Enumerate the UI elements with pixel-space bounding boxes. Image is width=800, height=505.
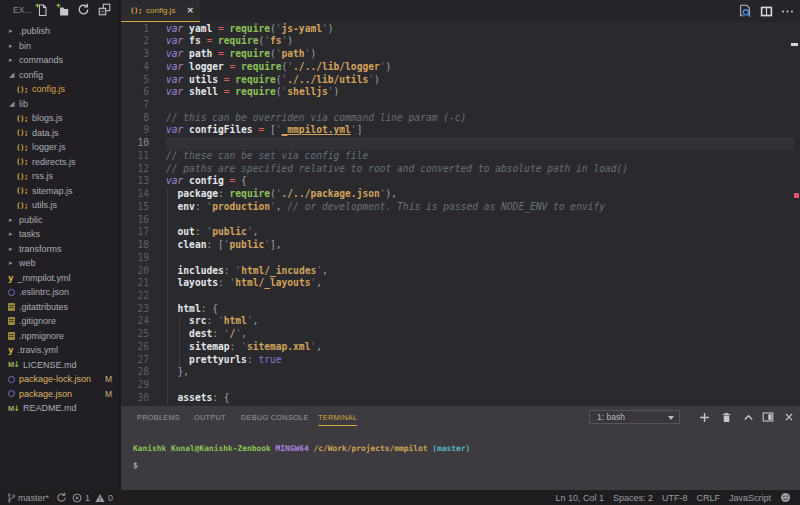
code-token: var [166, 124, 189, 135]
more-actions-icon[interactable] [780, 4, 794, 18]
terminal-text: $ [133, 461, 138, 470]
tree-file-eslintrc-json[interactable]: .eslintrc.json [0, 285, 118, 300]
folder-label: web [19, 258, 36, 268]
split-panel-icon[interactable] [762, 411, 774, 423]
code-editor[interactable]: 1234567891011121314151617181920212223242… [120, 22, 800, 406]
status-language-mode[interactable]: JavaScript [729, 493, 771, 503]
branch-icon [7, 492, 16, 504]
terminal-text: (master) [432, 444, 470, 453]
panel-tab-terminal[interactable]: TERMINAL [318, 406, 357, 428]
tree-file-redirects-js[interactable]: ();redirects.js [0, 155, 118, 170]
tree-file-rss-js[interactable]: ();rss.js [0, 169, 118, 184]
chevron-up-icon[interactable] [742, 411, 754, 423]
code-token: // these can be set via config file [166, 150, 368, 161]
tree-file-travis-yml[interactable]: y.travis.yml [0, 343, 118, 358]
new-folder-icon[interactable] [55, 2, 70, 17]
tree-folder-lib[interactable]: ◢lib [0, 97, 118, 112]
code-token: html/_incudes [241, 265, 316, 276]
error-icon [72, 493, 82, 503]
line-number: 21 [120, 277, 149, 290]
collapse-all-icon[interactable] [97, 2, 112, 17]
trash-icon[interactable] [720, 411, 732, 423]
file-label: sitemap.js [32, 186, 73, 196]
code-line: out: 'public', [166, 226, 628, 239]
tree-file-data-js[interactable]: ();data.js [0, 126, 118, 141]
tree-file-license-md[interactable]: M↓LICENSE.md [0, 358, 118, 373]
terminal-select-value: 1: bash [597, 412, 625, 422]
code-line [166, 379, 628, 392]
folder-label: config [19, 70, 43, 80]
tree-file-utils-js[interactable]: ();utils.js [0, 198, 118, 213]
tree-file-npmignore[interactable]: .npmignore [0, 329, 118, 344]
chevron-right-icon: ▸ [9, 42, 18, 50]
terminal-text: /c/Work/projects/mmpilot [314, 444, 433, 453]
new-file-icon[interactable] [34, 2, 49, 17]
code-token: : [195, 226, 207, 237]
tree-folder-commands[interactable]: ▸commands [0, 53, 118, 68]
js-file-icon: (); [16, 143, 28, 152]
line-number: 15 [120, 201, 149, 214]
code-token: , [253, 226, 259, 237]
code-line: var yaml = require('js-yaml') [166, 23, 628, 36]
code-token: : { [201, 303, 218, 314]
code-token: : [218, 188, 230, 199]
tree-file-sitemap-js[interactable]: ();sitemap.js [0, 184, 118, 199]
panel-tab-problems[interactable]: PROBLEMS [137, 406, 180, 428]
tree-file-config-js[interactable]: ();config.js [0, 82, 118, 97]
code-token [166, 277, 178, 288]
refresh-icon[interactable] [76, 2, 91, 17]
terminal-select[interactable]: 1: bash [589, 410, 680, 425]
status-encoding[interactable]: UTF-8 [662, 493, 688, 503]
tree-file-package-lock-json[interactable]: package-lock.jsonM [0, 372, 118, 387]
code-token: , [241, 328, 247, 339]
chevron-right-icon: ▸ [9, 27, 18, 35]
tree-file-gitignore[interactable]: .gitignore [0, 314, 118, 329]
tree-folder-web[interactable]: ▸web [0, 256, 118, 271]
plus-icon[interactable] [698, 411, 710, 423]
file-label: logger.js [32, 142, 66, 152]
code-token: html/_layouts [235, 277, 310, 288]
status-cursor-position[interactable]: Ln 10, Col 1 [555, 493, 604, 503]
tree-folder-bin[interactable]: ▸bin [0, 39, 118, 54]
line-number: 28 [120, 366, 149, 379]
tree-file-readme-md[interactable]: M↓README.md [0, 401, 118, 416]
code-token: , [316, 277, 322, 288]
status-indentation[interactable]: Spaces: 2 [613, 493, 653, 503]
file-label: redirects.js [32, 157, 76, 167]
code-token: ) [287, 35, 293, 46]
code-token: = [224, 61, 241, 72]
code-line: src: 'html', [166, 315, 628, 328]
code-token [166, 303, 178, 314]
tree-file-gitattributes[interactable]: .gitattributes [0, 300, 118, 315]
terminal-output[interactable]: Kanishk Kunal@Kanishk-Zenbook MINGW64 /c… [133, 440, 470, 474]
tree-folder-public[interactable]: ▸public [0, 213, 118, 228]
code-line [166, 252, 628, 265]
tree-file-blogs-js[interactable]: ();blogs.js [0, 111, 118, 126]
tree-folder-publish[interactable]: ▸.publish [0, 24, 118, 39]
panel-tab-output[interactable]: OUTPUT [194, 406, 226, 428]
status-problems[interactable]: 10 [72, 493, 113, 503]
status-sync[interactable] [56, 492, 67, 503]
chevron-right-icon: ▸ [9, 245, 18, 253]
folder-label: bin [19, 41, 31, 51]
code-token: var [166, 23, 189, 34]
tree-folder-transforms[interactable]: ▸transforms [0, 242, 118, 257]
line-number: 11 [120, 150, 149, 163]
file-label: blogs.js [32, 113, 63, 123]
status-eol[interactable]: CRLF [696, 493, 720, 503]
tree-folder-config[interactable]: ◢config [0, 68, 118, 83]
tree-file-package-json[interactable]: package.jsonM [0, 387, 118, 402]
tab-close-icon[interactable]: × [186, 5, 194, 15]
tree-folder-tasks[interactable]: ▸tasks [0, 227, 118, 242]
tree-file-logger-js[interactable]: ();logger.js [0, 140, 118, 155]
smiley-icon[interactable] [780, 492, 791, 503]
split-editor-icon[interactable] [759, 4, 773, 18]
tab-config-js[interactable]: (); config.js × [121, 0, 200, 22]
code-token: configFiles [189, 124, 253, 135]
status-branch[interactable]: master* [7, 492, 49, 504]
open-preview-icon[interactable] [738, 4, 752, 18]
close-icon[interactable] [783, 411, 795, 423]
code-token: ) [334, 86, 340, 97]
panel-tab-debug-console[interactable]: DEBUG CONSOLE [241, 406, 309, 428]
tree-file-mmpilot-yml[interactable]: y_mmpilot.yml [0, 271, 118, 286]
